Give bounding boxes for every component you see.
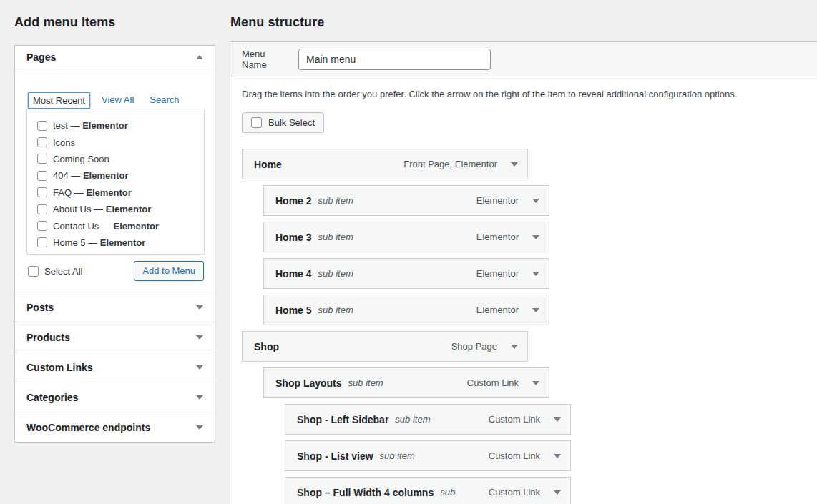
chevron-down-icon[interactable] xyxy=(196,305,203,310)
page-item-checkbox[interactable] xyxy=(37,137,47,147)
page-item-label: Coming Soon xyxy=(53,154,109,164)
expand-arrow-icon[interactable] xyxy=(532,272,539,276)
pages-section-title: Pages xyxy=(26,51,56,63)
menu-structure-body: Drag the items into the order you prefer… xyxy=(230,76,817,504)
page-item-label: Contact Us — Elementor xyxy=(53,221,159,232)
menu-structure-panel: Menu Name Drag the items into the order … xyxy=(230,41,817,504)
menu-item-type-label: Elementor xyxy=(476,232,519,242)
menu-item-shop-list-view[interactable]: Shop - List viewsub itemCustom Link xyxy=(285,440,571,471)
page-item-label-bold: Elementor xyxy=(86,187,132,198)
drag-instructions: Drag the items into the order you prefer… xyxy=(242,89,806,100)
menu-item-type-label: Elementor xyxy=(476,305,519,315)
menu-item-shop-layouts[interactable]: Shop Layoutssub itemCustom Link xyxy=(263,367,549,398)
page-list-item: Icons xyxy=(37,134,204,150)
page-item-label-bold: Elementor xyxy=(106,204,152,214)
collapse-up-arrow-icon[interactable] xyxy=(196,55,203,59)
bulk-select-button[interactable]: Bulk Select xyxy=(242,112,324,133)
page-list-item: FAQ — Elementor xyxy=(37,184,204,201)
menu-item-home[interactable]: HomeFront Page, Elementor xyxy=(242,149,528,179)
expand-arrow-icon[interactable] xyxy=(554,417,561,422)
page-item-checkbox[interactable] xyxy=(37,121,47,131)
menu-item-type-label: Shop Page xyxy=(451,341,497,352)
page-item-label-bold: Elementor xyxy=(82,120,128,131)
section-title: WooCommerce endpoints xyxy=(26,422,150,433)
tab-view-all[interactable]: View All xyxy=(97,92,138,107)
menu-name-input[interactable] xyxy=(298,49,491,70)
page-item-checkbox[interactable] xyxy=(37,154,47,164)
page-list-item: Contact Us — Elementor xyxy=(37,217,204,234)
menu-item-title: Home 2 xyxy=(275,195,312,207)
pages-section-header[interactable]: Pages xyxy=(15,46,215,69)
expand-arrow-icon[interactable] xyxy=(532,235,539,239)
menu-item-sub-label: sub item xyxy=(318,232,353,242)
menu-item-shop-left-sidebar[interactable]: Shop - Left Sidebarsub itemCustom Link xyxy=(285,404,571,435)
sidebar-section-woocommerce-endpoints[interactable]: WooCommerce endpoints xyxy=(15,412,215,442)
menu-item-home-3[interactable]: Home 3sub itemElementor xyxy=(263,222,549,252)
section-title: Categories xyxy=(26,392,78,403)
menu-item-title: Home 3 xyxy=(275,232,312,243)
select-all-label: Select All xyxy=(44,266,82,277)
page-item-label-bold: Elementor xyxy=(83,170,129,181)
menu-structure-title: Menu structure xyxy=(230,15,324,30)
chevron-down-icon[interactable] xyxy=(196,365,203,370)
chevron-down-icon[interactable] xyxy=(196,335,203,340)
expand-arrow-icon[interactable] xyxy=(554,490,561,495)
menu-item-title: Shop – Full Width 4 columns xyxy=(297,487,434,498)
pages-tab-panel: test — ElementorIconsComing Soon404 — El… xyxy=(26,109,205,255)
page-item-checkbox[interactable] xyxy=(37,171,47,181)
menu-item-sub-label: sub item xyxy=(318,195,353,206)
page-item-checkbox[interactable] xyxy=(37,237,47,247)
chevron-down-icon[interactable] xyxy=(196,395,203,400)
menu-item-home-2[interactable]: Home 2sub itemElementor xyxy=(263,185,549,216)
select-all-checkbox[interactable] xyxy=(28,266,39,277)
section-title: Posts xyxy=(26,302,54,313)
menu-item-sub-label: sub item xyxy=(318,268,353,279)
sidebar-section-products[interactable]: Products xyxy=(15,322,215,352)
page-item-checkbox[interactable] xyxy=(37,221,47,231)
expand-arrow-icon[interactable] xyxy=(532,381,539,385)
sidebar-section-categories[interactable]: Categories xyxy=(15,382,215,412)
page-list-item: test — Elementor xyxy=(37,117,204,134)
page-item-label-bold: Elementor xyxy=(100,237,146,248)
page-item-checkbox[interactable] xyxy=(37,204,47,214)
menu-item-title: Shop - List view xyxy=(297,450,373,462)
menu-item-home-5[interactable]: Home 5sub itemElementor xyxy=(263,295,549,325)
sidebar-section-custom-links[interactable]: Custom Links xyxy=(15,352,215,382)
menu-item-title: Home 4 xyxy=(275,268,312,280)
menu-item-shop[interactable]: ShopShop Page xyxy=(242,331,528,362)
menu-items-list: HomeFront Page, ElementorHome 2sub itemE… xyxy=(242,149,806,504)
add-menu-items-title: Add menu items xyxy=(14,15,115,30)
menu-item-title: Home xyxy=(254,159,282,170)
tab-search[interactable]: Search xyxy=(145,92,183,107)
expand-arrow-icon[interactable] xyxy=(511,162,518,167)
page-item-label: test — Elementor xyxy=(53,120,128,131)
menu-item-shop-full-width-4-columns[interactable]: Shop – Full Width 4 columnssubCustom Lin… xyxy=(285,477,571,504)
menu-item-title: Shop xyxy=(254,341,279,352)
menu-item-type-label: Elementor xyxy=(476,195,519,206)
page-item-checkbox[interactable] xyxy=(37,187,47,197)
page-list-item: 404 — Elementor xyxy=(37,167,204,184)
page-item-label: FAQ — Elementor xyxy=(53,187,132,198)
tab-most-recent[interactable]: Most Recent xyxy=(28,92,90,109)
menu-item-sub-label: sub xyxy=(440,487,455,498)
chevron-down-icon[interactable] xyxy=(196,425,203,430)
pages-section-body: Most RecentView AllSearch test — Element… xyxy=(15,69,215,292)
expand-arrow-icon[interactable] xyxy=(511,345,518,349)
menu-item-type-label: Front Page, Elementor xyxy=(403,159,497,169)
expand-arrow-icon[interactable] xyxy=(532,308,539,312)
menu-name-bar: Menu Name xyxy=(230,42,817,76)
page-item-label: 404 — Elementor xyxy=(53,170,129,181)
menu-item-type-label: Custom Link xyxy=(489,450,540,461)
expand-arrow-icon[interactable] xyxy=(554,454,561,458)
menu-item-home-4[interactable]: Home 4sub itemElementor xyxy=(263,258,549,289)
add-to-menu-button[interactable]: Add to Menu xyxy=(134,261,204,281)
menu-item-type-label: Elementor xyxy=(476,268,519,279)
bulk-select-checkbox[interactable] xyxy=(251,117,262,128)
sidebar-section-posts[interactable]: Posts xyxy=(15,292,215,322)
expand-arrow-icon[interactable] xyxy=(532,199,539,203)
menu-item-sub-label: sub item xyxy=(380,450,415,461)
menu-item-type-label: Custom Link xyxy=(489,414,540,425)
menu-item-sub-label: sub item xyxy=(318,305,353,315)
page-item-label: Home 5 — Elementor xyxy=(53,237,145,248)
section-title: Custom Links xyxy=(26,362,93,373)
